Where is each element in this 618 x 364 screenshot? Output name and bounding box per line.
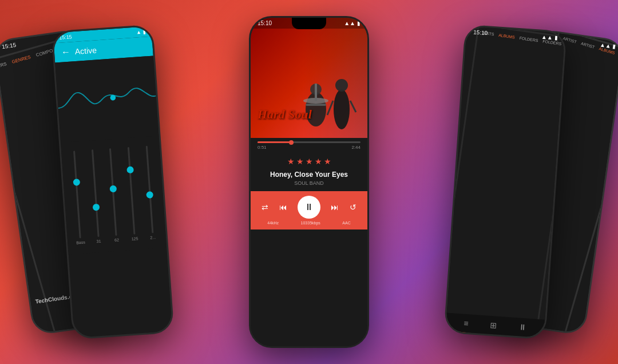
- battery-icon-5: ▮: [612, 43, 616, 50]
- album-art: Hard Soul: [251, 18, 367, 138]
- eq-slider-bass: Bass: [68, 151, 87, 245]
- eq-label-31: 31: [96, 239, 101, 244]
- battery-icon-3: ▮: [357, 20, 360, 26]
- back-arrow-icon[interactable]: ←: [61, 47, 70, 58]
- tab-bar-4: LISTS ALBUMS FOLDERS FOLDERS: [446, 26, 565, 338]
- eq-status-time: 15:15: [59, 34, 72, 41]
- svg-point-5: [335, 79, 348, 92]
- eq-wave-svg: [55, 56, 159, 143]
- time-total: 2:44: [351, 145, 360, 150]
- status-icons-3: ▲▲ ▮: [344, 20, 360, 26]
- song-artist: SOUL BAND: [251, 180, 367, 187]
- star-1[interactable]: ★: [287, 157, 295, 166]
- star-4[interactable]: ★: [315, 157, 322, 166]
- shuffle-button[interactable]: ⇄: [262, 203, 268, 212]
- wifi-icon-4: ▲▲: [541, 34, 553, 41]
- svg-rect-9: [315, 84, 317, 101]
- next-button[interactable]: ⏭: [331, 203, 339, 212]
- star-3[interactable]: ★: [306, 157, 313, 166]
- eq-label-2k: 2...: [150, 235, 156, 240]
- phones-container: 15:15 ▲ ▮ FOLDERS GENRES COMPOSERS P... …: [0, 0, 618, 364]
- phone-equalizer: 15:15 ▲ ▮ ← Active: [51, 24, 174, 339]
- progress-fill: [258, 141, 291, 143]
- eq-battery-icon: ▮: [142, 29, 146, 34]
- eq-wave-area: [55, 56, 159, 143]
- eq-wifi-icon: ▲: [136, 29, 142, 35]
- progress-dot: [289, 140, 294, 145]
- album-title: Hard Soul: [258, 107, 312, 122]
- nav-icon-grid[interactable]: ⊞: [490, 321, 497, 330]
- eq-slider-62: 62: [104, 148, 123, 242]
- prev-button[interactable]: ⏮: [279, 203, 287, 212]
- svg-line-7: [350, 101, 356, 112]
- play-pause-button[interactable]: ⏸: [298, 196, 320, 219]
- eq-status-icons: ▲ ▮: [136, 29, 146, 35]
- status-time-1: 15:15: [1, 42, 16, 50]
- notch-3: [292, 18, 326, 29]
- eq-label-125: 125: [132, 236, 138, 241]
- eq-slider-31: 31: [86, 149, 105, 244]
- wifi-icon-5: ▲▲: [600, 41, 612, 49]
- star-2[interactable]: ★: [296, 157, 304, 166]
- battery-icon-4: ▮: [554, 34, 558, 41]
- wifi-icon-3: ▲▲: [344, 20, 355, 26]
- audio-bitrate: 10335kbps: [301, 221, 320, 225]
- repeat-button[interactable]: ↺: [350, 203, 356, 212]
- controls-area: ⇄ ⏮ ⏸ ⏭ ↺ 44kHz 10335kbps AAC: [251, 191, 367, 230]
- nav-icon-menu[interactable]: ≡: [464, 319, 469, 329]
- eq-label-bass: Bass: [76, 240, 85, 245]
- progress-area: 0:51 2:44: [251, 138, 367, 153]
- svg-rect-3: [306, 104, 326, 106]
- phone-player: 15:10 ▲▲ ▮: [249, 16, 369, 348]
- eq-header-title: Active: [74, 45, 97, 56]
- time-current: 0:51: [258, 145, 267, 150]
- svg-line-6: [327, 101, 333, 115]
- svg-point-4: [334, 89, 350, 129]
- eq-slider-125: 125: [122, 147, 141, 241]
- status-time-3: 15:10: [258, 20, 272, 26]
- progress-bar[interactable]: [258, 141, 360, 143]
- eq-slider-2k: 2...: [140, 145, 159, 240]
- stars-row[interactable]: ★ ★ ★ ★ ★: [251, 153, 367, 169]
- song-title: Honey, Close Your Eyes: [251, 169, 367, 180]
- star-5[interactable]: ★: [324, 157, 331, 166]
- audio-format: 44kHz: [267, 221, 279, 225]
- eq-label-62: 62: [114, 238, 119, 242]
- nav-icon-pause[interactable]: ⏸: [518, 322, 527, 332]
- time-row: 0:51 2:44: [258, 145, 360, 150]
- status-time-4: 15:10: [473, 29, 488, 36]
- audio-codec: AAC: [342, 221, 350, 225]
- status-icons-5: ▲▲ ▮: [600, 41, 617, 50]
- phone-albums: 15:10 ▲▲ ▮ LISTS ALBUMS FOLDERS FOLDERS …: [443, 24, 566, 339]
- pause-icon: ⏸: [304, 202, 314, 212]
- audio-info-row: 44kHz 10335kbps AAC: [256, 221, 362, 225]
- status-icons-4: ▲▲ ▮: [541, 34, 558, 41]
- controls-row: ⇄ ⏮ ⏸ ⏭ ↺: [256, 196, 362, 219]
